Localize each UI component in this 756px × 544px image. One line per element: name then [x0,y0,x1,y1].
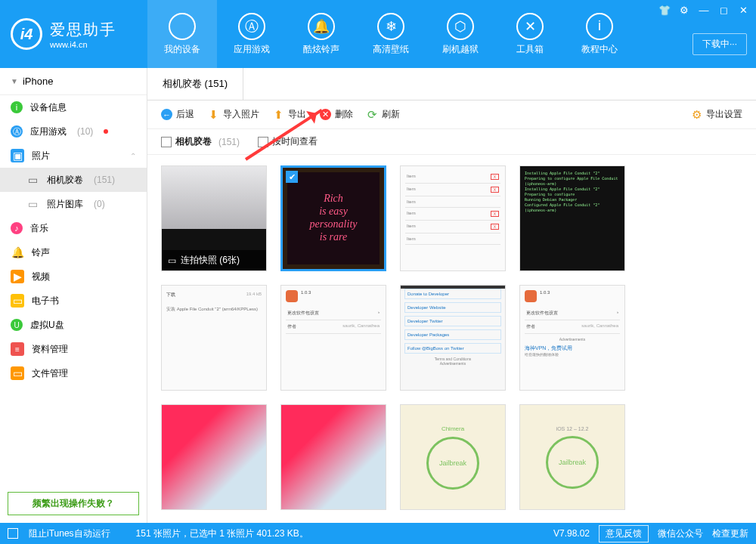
refresh-button[interactable]: ⟳ 刷新 [367,108,400,121]
photo-thumb[interactable]: 下载19.4 kB 安装 Apple File Conduit "2" (arm… [161,285,267,391]
wechat-button[interactable]: 微信公众号 [658,527,703,540]
sidebar-item-data-manage[interactable]: ≡ 资料管理 [0,337,147,361]
check-icon: ✔ [286,171,298,183]
tabbar: 相机胶卷 (151) [147,68,756,100]
photo-thumb[interactable] [280,404,386,510]
export-button[interactable]: ⬆ 导出 [273,108,306,121]
nav-tutorials[interactable]: i 教程中心 [565,0,634,68]
sidebar-item-photo-library[interactable]: ▭ 照片图库 (0) [0,192,147,216]
refresh-icon: ⟳ [367,109,378,120]
app-title: 爱思助手 [50,20,116,40]
back-button[interactable]: ← 后退 [161,108,194,121]
photo-thumb[interactable]: Installing Apple File Conduit "2"Prepari… [519,165,625,271]
sidebar-item-ringtones[interactable]: 🔔 铃声 [0,240,147,264]
block-itunes-label[interactable]: 阻止iTunes自动运行 [29,527,110,540]
sidebar-help-link[interactable]: 频繁出现操作失败？ [8,492,139,515]
box-icon: ⬡ [447,13,474,40]
downloading-button[interactable]: 下载中··· [692,33,747,55]
version-label: V7.98.02 [553,528,590,539]
sidebar-item-photos[interactable]: ▣ 照片 ⌃ [0,144,147,168]
check-update-button[interactable]: 检查更新 [712,527,748,540]
maximize-icon[interactable]: ◻ [717,3,730,17]
apple-icon [169,13,196,40]
sidebar-item-camera-roll[interactable]: ▭ 相机胶卷 (151) [0,168,147,192]
close-icon[interactable]: ✕ [736,3,750,17]
nav-toolbox[interactable]: ✕ 工具箱 [495,0,565,68]
photo-thumb[interactable]: Chimera Jailbreak [400,404,506,510]
main-panel: 相机胶卷 (151) ← 后退 ⬇ 导入照片 ⬆ 导出 ✕ 删除 [147,68,756,523]
checkbox-icon [258,137,268,147]
photo-thumb[interactable]: iOS 12 – 12.2 Jailbreak [519,404,625,510]
sidebar-item-apps[interactable]: Ⓐ 应用游戏 (10) [0,119,147,144]
photo-icon: ▣ [11,149,24,162]
download-icon: ⬇ [208,109,219,120]
photo-thumb[interactable]: ✔ Richis easypersonalityis rare [280,165,386,271]
nav-ringtones[interactable]: 🔔 酷炫铃声 [287,0,356,68]
gear-icon[interactable]: ⚙ [677,3,691,17]
app-icon: Ⓐ [238,13,265,40]
feedback-button[interactable]: 意见反馈 [599,525,649,542]
sidebar-item-device-info[interactable]: i 设备信息 [0,95,147,119]
sidebar-item-file-manage[interactable]: ▭ 文件管理 [0,361,147,385]
folder-icon: ▭ [26,173,39,187]
photo-thumb[interactable]: Donate to Developer Developer Website De… [400,285,506,391]
photo-thumb[interactable]: 1.0.3 更改软件包设置› 作者saurik, Cannathea [280,285,386,391]
chevron-up-icon: ⌃ [130,152,136,160]
shield-icon: U [11,319,23,331]
photo-thumb[interactable] [161,404,267,510]
minimize-icon[interactable]: — [697,3,711,17]
nav-flash-jailbreak[interactable]: ⬡ 刷机越狱 [426,0,495,68]
checkbox-icon [161,137,172,147]
checkbox-icon[interactable] [8,528,18,539]
tab-camera-roll[interactable]: 相机胶卷 (151) [147,68,243,100]
top-nav: 我的设备 Ⓐ 应用游戏 🔔 酷炫铃声 ❄ 高清壁纸 ⬡ 刷机越狱 ✕ 工具箱 [147,0,634,68]
photo-thumb[interactable]: ItemX ItemX Item ItemX ItemX Item [400,165,506,271]
nav-wallpapers[interactable]: ❄ 高清壁纸 [356,0,426,68]
photo-thumb[interactable]: 1.0.3 更改软件包设置› 作者saurik, Cannathea Adver… [519,285,625,391]
photo-grid: ▭连拍快照 (6张) ✔ Richis easypersonalityis ra… [161,165,742,523]
filter-bar: 相机胶卷 (151) 按时间查看 [147,129,756,155]
shirt-icon[interactable]: 👕 [658,3,671,17]
nav-my-device[interactable]: 我的设备 [147,0,217,68]
info-icon: i [11,101,23,113]
book-icon: ▭ [11,294,24,308]
nav-apps-games[interactable]: Ⓐ 应用游戏 [217,0,287,68]
app-icon: Ⓐ [11,125,23,138]
header: i4 爱思助手 www.i4.cn 我的设备 Ⓐ 应用游戏 🔔 酷炫铃声 ❄ 高… [0,0,756,68]
chevron-down-icon: ▼ [11,77,18,85]
toolbar: ← 后退 ⬇ 导入照片 ⬆ 导出 ✕ 删除 ⟳ 刷新 [147,100,756,129]
folder-icon: ▭ [11,366,24,380]
sidebar-device-header[interactable]: ▼ iPhone [0,68,147,95]
by-time-toggle[interactable]: 按时间查看 [258,135,318,148]
logo-badge: i4 [11,18,42,50]
sidebar: ▼ iPhone i 设备信息 Ⓐ 应用游戏 (10) ▣ 照片 ⌃ [0,68,147,523]
music-icon: ♪ [11,222,23,234]
upload-icon: ⬆ [273,109,284,120]
sidebar-item-ebooks[interactable]: ▭ 电子书 [0,289,147,313]
app-url: www.i4.cn [50,40,116,49]
folder-icon: ▭ [26,197,39,211]
status-bar: 阻止iTunes自动运行 151 张照片，已选中 1 张照片 401.23 KB… [0,523,756,544]
list-icon: ≡ [11,342,24,356]
info-icon: i [586,13,613,40]
bell-icon: 🔔 [308,13,335,40]
photo-thumb-burst[interactable]: ▭连拍快照 (6张) [161,165,267,271]
snowflake-icon: ❄ [377,13,404,40]
sidebar-item-virtual-usb[interactable]: U 虚拟U盘 [0,313,147,337]
delete-button[interactable]: ✕ 删除 [320,108,353,121]
import-photos-button[interactable]: ⬇ 导入照片 [208,108,259,121]
export-settings-button[interactable]: ⚙ 导出设置 [691,108,742,121]
stack-icon: ▭ [168,255,176,266]
gear-icon: ⚙ [691,109,702,120]
video-icon: ▶ [11,270,24,283]
select-all-camera-roll[interactable]: 相机胶卷 (151) [161,135,240,148]
sidebar-item-videos[interactable]: ▶ 视频 [0,264,147,289]
window-controls: 👕 ⚙ — ◻ ✕ [658,3,750,17]
tools-icon: ✕ [516,13,544,40]
back-arrow-icon: ← [161,109,172,120]
app-logo: i4 爱思助手 www.i4.cn [0,18,147,50]
badge-dot [104,129,108,134]
photo-summary: 151 张照片，已选中 1 张照片 401.23 KB。 [136,527,308,540]
bell-icon: 🔔 [11,246,24,259]
sidebar-item-music[interactable]: ♪ 音乐 [0,216,147,240]
